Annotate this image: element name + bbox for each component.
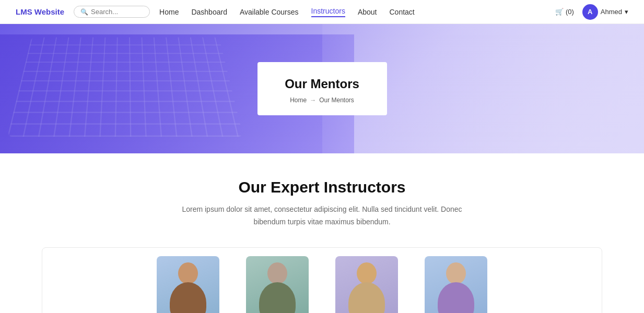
breadcrumb-current: Our Mentors [319,97,354,104]
section-title: Our Expert Instructors [42,178,602,196]
user-menu[interactable]: A Ahmed ▾ [582,4,628,20]
instructor-photo-stan [157,256,219,313]
hero-keyboard-art [7,38,243,137]
avatar-head [357,262,377,284]
breadcrumb: Home → Our Mentors [268,97,377,104]
avatar: A [582,4,598,20]
nav-instructors[interactable]: Instructors [311,7,345,17]
instructor-card-maya: Maya Santa Mentor f t ▶ [326,256,407,313]
instructor-photo-michel [425,256,487,313]
cart-count: (0) [566,8,574,16]
breadcrumb-arrow: → [310,97,316,104]
avatar-body [348,282,385,313]
nav-contact[interactable]: Contact [389,8,414,16]
search-icon: 🔍 [80,8,88,16]
section-description: Lorem ipsum dolor sit amet, consectetur … [42,203,602,228]
chevron-down-icon: ▾ [625,8,628,16]
nav-dashboard[interactable]: Dashboard [191,8,227,16]
hero-content-box: Our Mentors Home → Our Mentors [257,62,387,115]
instructors-grid: Stan McGyver Mentor f t ▶ Gordon Stone M… [42,247,602,313]
instructor-photo-maya [335,256,398,313]
avatar-head [178,262,198,284]
avatar-body [170,282,206,313]
avatar-head [267,262,287,284]
cart-icon: 🛒 [555,8,564,16]
breadcrumb-home[interactable]: Home [290,97,307,104]
user-name: Ahmed [601,8,622,16]
instructor-card-stan: Stan McGyver Mentor f t ▶ [148,256,229,313]
instructor-card-gordon: Gordon Stone Mentor f t ▶ [237,256,318,313]
instructor-photo-gordon [246,256,309,313]
instructor-card-michel: Michel Orlo Mentor f t ▶ [416,256,497,313]
nav-courses[interactable]: Available Courses [240,8,299,16]
cart-button[interactable]: 🛒 (0) [555,8,574,16]
avatar-head [446,262,466,284]
search-input[interactable] [91,8,143,16]
nav-right: 🛒 (0) A Ahmed ▾ [555,4,628,20]
nav-home[interactable]: Home [159,8,179,16]
nav-about[interactable]: About [358,8,377,16]
nav-links: Home Dashboard Available Courses Instruc… [159,7,551,17]
avatar-body [438,282,474,313]
hero-title: Our Mentors [268,77,377,91]
hero-banner: Our Mentors Home → Our Mentors [0,24,644,153]
search-bar: 🔍 [74,6,150,18]
navbar: LMS Website 🔍 Home Dashboard Available C… [0,0,644,24]
main-content: Our Expert Instructors Lorem ipsum dolor… [0,153,644,313]
brand-logo[interactable]: LMS Website [16,7,64,16]
avatar-body [259,282,296,313]
